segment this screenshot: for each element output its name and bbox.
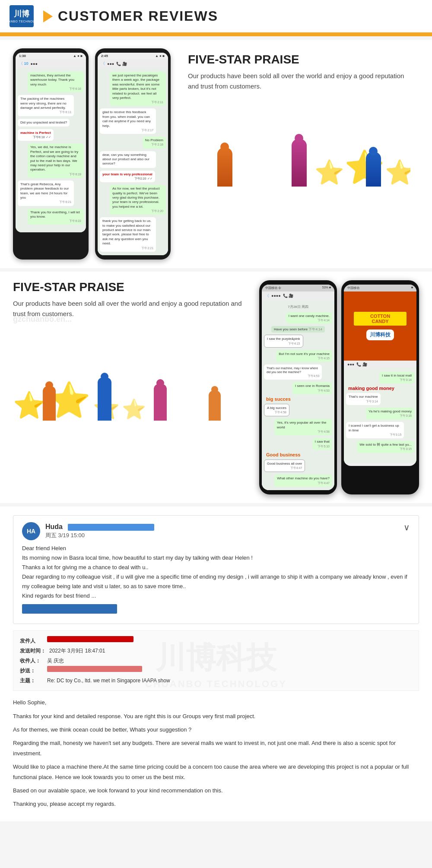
- praise-desc-1: Our products have been sold all over the…: [188, 71, 410, 92]
- battery-3: 53% ■: [322, 286, 331, 290]
- email-line: Based on our avalable space, we look for…: [13, 786, 419, 795]
- cotton-candy-label: COTTONCANDY: [354, 312, 407, 326]
- email-content: Hello Sophie, Thanks for your kind and d…: [13, 697, 419, 809]
- meta-subject-label: 主题：: [20, 676, 44, 686]
- time-2: 2:45: [101, 54, 108, 58]
- msg: machines, they arrived the warehouse tod…: [28, 72, 84, 92]
- email-sender-row: HA Huda 周五 3/19 15:00: [22, 522, 403, 540]
- email-sender-info-1: Huda 周五 3/19 15:00: [45, 523, 403, 539]
- praise-desc-2: Our products have been sold all over the…: [13, 298, 251, 319]
- msg: That's great Rebecca, Any problem please…: [18, 181, 74, 206]
- msg: Yes, we did, he machine is Perfect, and …: [28, 143, 84, 177]
- meta-to-value: 吴 庆忠: [47, 656, 64, 666]
- play-icon: [43, 10, 53, 22]
- email-meta: 发件人 发送时间： 2022年 3月9日 18:47:01 收件人： 吴 庆忠 …: [13, 630, 419, 691]
- carrier-4: 中国移动: [347, 286, 359, 290]
- msg: That's our machine下午3:14: [346, 393, 381, 405]
- msg: dear, can you say something about our pr…: [100, 151, 156, 168]
- status-bar-2: 2:45 ▲ ● ■: [98, 53, 168, 59]
- msg: That's our machine, may i know where did…: [264, 364, 322, 380]
- chat-messages-4: I saw it in local mall下午3:14 making good…: [344, 368, 416, 463]
- chat-messages-1: machines, they arrived the warehouse tod…: [16, 68, 86, 232]
- sender-bar-red: [47, 636, 133, 642]
- header: 川博 CHUANBO TECHNOLOGY CUSTOMER REVIEWS: [0, 0, 432, 34]
- chat-messages-2: we just opened the pacakiges them a week…: [98, 68, 168, 255]
- msg-center: Have you seen before 下午4:14: [271, 326, 325, 333]
- msg: glad to receive this feedback from you. …: [100, 108, 156, 134]
- phone-screen-4: 中国移动 ■ COTTONCANDY 川博科技 ●●● 📞 🎥 I saw it…: [344, 285, 416, 466]
- msg-big-succes: big succes: [264, 396, 332, 402]
- email-line: Dear regarding to my colleague visit , i…: [22, 572, 410, 591]
- battery-4: ■: [411, 286, 413, 290]
- section-1: 1:30 ▲ ● ■ 〈 10 ●●● machines, they arriv…: [0, 40, 432, 268]
- sender-bar: [68, 524, 154, 531]
- svg-text:川博: 川博: [13, 10, 30, 18]
- msg: As for now, we feel the product quality …: [110, 185, 166, 215]
- call-icon-3[interactable]: 📞 🎥: [283, 294, 294, 298]
- email-card-1: HA Huda 周五 3/19 15:00 ∨ Dear friend Hele…: [13, 515, 419, 624]
- msg: Ya he's making good money下午3:16: [366, 408, 414, 419]
- email-greeting: Hello Sophie,: [13, 697, 419, 707]
- phone-screen-1: 1:30 ▲ ● ■ 〈 10 ●●● machines, they arriv…: [16, 53, 86, 232]
- header-title-area: CUSTOMER REVIEWS: [43, 8, 218, 24]
- phones-left: 1:30 ▲ ● ■ 〈 10 ●●● machines, they arriv…: [13, 48, 171, 260]
- msg: Good business all over下午4:47: [264, 459, 305, 472]
- msg: No Problem下午2:18: [143, 136, 166, 148]
- logo-area: 川博 CHUANBO TECHNOLOGY: [9, 4, 35, 28]
- phone-mockup-2: 2:45 ▲ ● ■ 〈 ●●● 📞 🎥 we just opened the …: [95, 48, 171, 260]
- email-avatar-1: HA: [22, 522, 40, 540]
- call-icon-4[interactable]: 📞 🎥: [356, 362, 367, 367]
- section-2: FIVE-STAR PRAISE Our products have been …: [0, 272, 432, 503]
- email-blue-bar: [22, 604, 117, 614]
- email-line: Thanks a lot for giving me a chance to d…: [22, 563, 410, 572]
- meta-to-label: 收件人：: [20, 656, 44, 666]
- msg-highlight: machine is Perfect下午6:18 ✓✓: [18, 129, 54, 141]
- msg: I want one candy machine.下午4:14: [286, 312, 332, 324]
- msg: What other machine do you have?下午4:47: [274, 475, 332, 486]
- email-time-1: 周五 3/19 15:00: [45, 532, 403, 539]
- email-body-1: Dear friend Helen Its morning now in Bas…: [22, 544, 410, 601]
- machine-image: COTTONCANDY 川博科技: [344, 291, 416, 361]
- contact-name-2: ●●●: [107, 62, 114, 66]
- msg: Did you unpacked and tested?: [18, 119, 70, 127]
- email-expand-1[interactable]: ∨: [403, 522, 410, 532]
- praise-right-1: FIVE-STAR PRAISE Our products have been …: [179, 48, 419, 191]
- chat-header-3: 〈 ●●●● 📞 🎥: [262, 291, 334, 301]
- msg: we just opened the pacakiges them a week…: [110, 72, 166, 106]
- phone-mockup-4: 中国移动 ■ COTTONCANDY 川博科技 ●●● 📞 🎥 I saw it…: [341, 280, 419, 494]
- section-3: HA Huda 周五 3/19 15:00 ∨ Dear friend Hele…: [0, 507, 432, 821]
- contact-3: ●●●●: [271, 294, 281, 298]
- section2-left: FIVE-STAR PRAISE Our products have been …: [13, 280, 251, 421]
- msg: A big succes下午4:58: [264, 404, 289, 416]
- carrier-3: 中国移动 令: [265, 286, 281, 290]
- meta-time-label: 发送时间：: [20, 646, 46, 656]
- phone-screen-2: 2:45 ▲ ● ■ 〈 ●●● 📞 🎥 we just opened the …: [98, 53, 168, 255]
- email-line: As for themes, we think ocean could be b…: [13, 725, 419, 735]
- back-btn-2[interactable]: 〈: [101, 61, 105, 67]
- msg-making-money: making good money: [346, 385, 414, 392]
- meta-time-value: 2022年 3月9日 18:47:01: [49, 646, 105, 656]
- meta-time-row: 发送时间： 2022年 3月9日 18:47:01: [20, 646, 412, 656]
- msg: I saw that下午5:10: [312, 438, 332, 450]
- email-line: Regarding the mall, honesty we haven't s…: [13, 738, 419, 758]
- msg: I saw it in local mall下午3:14: [379, 372, 414, 383]
- logo-icon: 川博 CHUANBO TECHNOLOGY: [9, 4, 35, 28]
- msg: I saw the purple&pink下午4:15: [264, 335, 303, 347]
- contact-4: ●●●: [347, 362, 354, 367]
- email-line: Its morning now in Basra local time, how…: [22, 553, 410, 563]
- chat-header-4: ●●● 📞 🎥: [344, 361, 416, 368]
- icons-2: ▲ ● ■: [155, 54, 165, 58]
- phone-screen-3: 中国移动 令 53% ■ 〈 ●●●● 📞 🎥 7月28日 周四 I want …: [262, 285, 334, 490]
- svg-text:CHUANBO TECHNOLOGY: CHUANBO TECHNOLOGY: [9, 20, 35, 23]
- contact-name-1: ●●●: [31, 62, 38, 66]
- email-line: Dear friend Helen: [22, 544, 410, 553]
- msg: The packing of the machines were very st…: [18, 95, 74, 116]
- status-bar-1: 1:30 ▲ ● ■: [16, 53, 86, 59]
- call-icon[interactable]: 📞 🎥: [116, 62, 127, 66]
- section2-phones: 中国移动 令 53% ■ 〈 ●●●● 📞 🎥 7月28日 周四 I want …: [259, 280, 419, 494]
- status-bar-4: 中国移动 ■: [344, 285, 416, 291]
- praise-title-1: FIVE-STAR PRAISE: [188, 53, 410, 67]
- back-3[interactable]: 〈: [265, 293, 269, 299]
- chat-messages-3: 7月28日 周四 I want one candy machine.下午4:14…: [262, 301, 334, 490]
- back-btn-1[interactable]: 〈 10: [19, 61, 29, 67]
